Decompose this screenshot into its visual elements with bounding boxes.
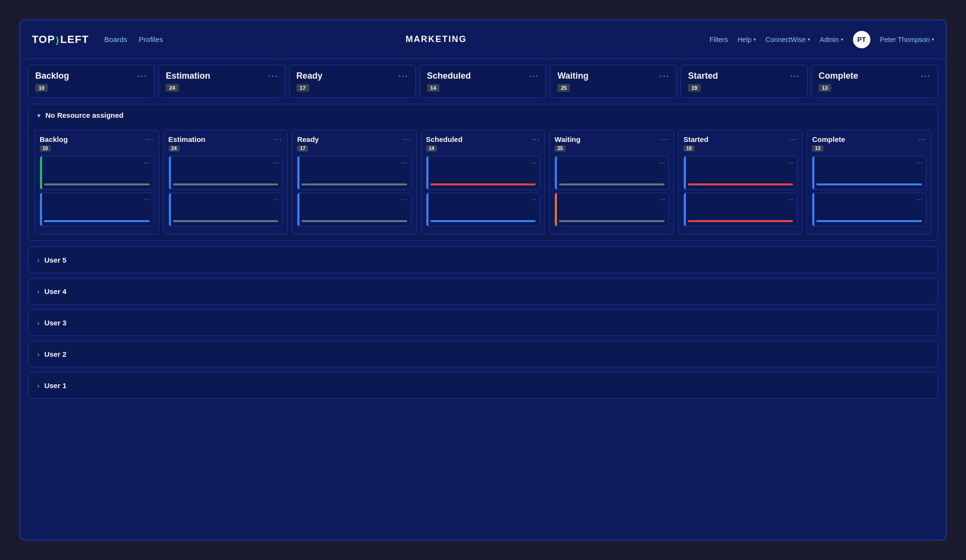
card[interactable]: ···	[683, 193, 798, 226]
card-menu-icon[interactable]: ···	[659, 159, 666, 166]
admin-button[interactable]: Admin ▾	[820, 36, 843, 43]
card-menu-icon[interactable]: ···	[144, 159, 151, 166]
card-menu-icon[interactable]: ···	[402, 196, 408, 203]
connectwise-button[interactable]: ConnectWise ▾	[766, 36, 810, 43]
app-container: TOP)LEFT Boards Profiles MARKETING Filte…	[19, 19, 947, 541]
board-col-menu-ready[interactable]: ···	[403, 135, 412, 143]
col-count-estimation: 24	[166, 84, 178, 92]
user-row-1: › User 4	[28, 278, 938, 305]
card[interactable]: ···	[426, 156, 540, 190]
col-header-started: Started ···	[688, 71, 800, 81]
col-menu-estimation[interactable]: ···	[268, 71, 278, 81]
board-col-count-ready: 17	[297, 145, 308, 152]
col-header-backlog: Backlog ···	[35, 71, 147, 81]
board-col-menu-scheduled[interactable]: ···	[532, 135, 540, 143]
card-menu-icon[interactable]: ···	[659, 196, 666, 203]
help-button[interactable]: Help ▾	[738, 36, 756, 43]
col-menu-started[interactable]: ···	[790, 71, 800, 81]
card-accent-icon	[298, 193, 299, 226]
board-col-menu-backlog[interactable]: ···	[145, 135, 154, 143]
user-row-header-0[interactable]: › User 5	[28, 247, 938, 273]
card-menu-icon[interactable]: ···	[273, 196, 279, 203]
board-col-menu-started[interactable]: ···	[789, 135, 798, 143]
card-menu-icon[interactable]: ···	[530, 196, 537, 203]
col-header-complete: Complete ···	[819, 71, 931, 81]
user-row-2: › User 3	[28, 309, 938, 336]
card-progress-bar	[688, 183, 794, 185]
user-expand-icon-0: ›	[37, 256, 40, 264]
card-menu-icon[interactable]: ···	[788, 196, 794, 203]
filters-button[interactable]: Filters	[710, 36, 728, 43]
card-menu-icon[interactable]: ···	[402, 159, 408, 166]
user-row-header-4[interactable]: › User 1	[28, 373, 938, 398]
main-nav: Boards Profiles	[104, 35, 163, 43]
card[interactable]: ···	[554, 156, 669, 190]
card-menu-icon[interactable]: ···	[530, 159, 537, 166]
card[interactable]: ···	[812, 156, 926, 190]
board-col-menu-waiting[interactable]: ···	[660, 135, 669, 143]
card-accent-icon	[40, 156, 42, 189]
col-count-ready: 17	[297, 84, 309, 92]
logo-text: TOP)LEFT	[32, 33, 89, 46]
col-menu-scheduled[interactable]: ···	[529, 71, 539, 81]
card[interactable]: ···	[812, 193, 926, 226]
col-title-scheduled: Scheduled	[427, 71, 471, 81]
card[interactable]: ···	[554, 193, 669, 226]
board-col-menu-complete[interactable]: ···	[918, 135, 926, 143]
board-col-count-complete: 13	[812, 145, 823, 152]
nav-boards[interactable]: Boards	[104, 35, 128, 43]
card-menu-icon[interactable]: ···	[273, 159, 279, 166]
user-expand-icon-4: ›	[37, 382, 40, 390]
col-title-ready: Ready	[297, 71, 323, 81]
connectwise-chevron-icon: ▾	[808, 37, 810, 42]
user-chevron-icon: ▾	[932, 37, 934, 42]
card[interactable]: ···	[297, 193, 412, 226]
card[interactable]: ···	[426, 193, 540, 226]
card-accent-icon	[298, 156, 299, 189]
col-header-waiting: Waiting ···	[557, 71, 669, 81]
card-menu-icon[interactable]: ···	[788, 159, 794, 166]
group-collapse-icon: ▾	[37, 112, 41, 119]
card-menu-icon[interactable]: ···	[917, 196, 923, 203]
board-col-header-waiting: Waiting 25 ···	[554, 135, 669, 152]
card-accent-icon	[812, 193, 814, 226]
col-menu-ready[interactable]: ···	[398, 71, 409, 81]
card-progress-bar	[430, 220, 536, 222]
card-accent-icon	[169, 156, 171, 189]
user-menu[interactable]: Peter Thompson ▾	[880, 36, 934, 43]
card[interactable]: ···	[169, 193, 283, 226]
board-col-title-estimation: Estimation	[169, 135, 206, 143]
board-col-count-started: 19	[683, 145, 695, 152]
summary-col-started: Started ··· 19	[681, 65, 807, 98]
card[interactable]: ···	[683, 156, 798, 190]
card[interactable]: ···	[297, 156, 412, 190]
group-columns: Backlog 10 ··· ··· ··· Estimation	[28, 126, 938, 240]
no-resource-group-header[interactable]: ▾ No Resource assigned	[28, 104, 938, 126]
summary-col-estimation: Estimation ··· 24	[158, 65, 285, 98]
board-col-header-backlog: Backlog 10 ···	[40, 135, 154, 152]
card-progress-bar	[559, 220, 665, 222]
card[interactable]: ···	[40, 193, 154, 226]
col-menu-waiting[interactable]: ···	[659, 71, 669, 81]
card[interactable]: ···	[169, 156, 283, 190]
board-col-ready: Ready 17 ··· ··· ···	[292, 130, 417, 235]
col-count-started: 19	[688, 84, 700, 92]
card-menu-icon[interactable]: ···	[917, 159, 923, 166]
user-row-0: › User 5	[28, 247, 938, 273]
col-menu-backlog[interactable]: ···	[137, 71, 147, 81]
board-col-header-complete: Complete 13 ···	[812, 135, 926, 152]
avatar: PT	[853, 31, 870, 48]
user-row-header-2[interactable]: › User 3	[28, 310, 938, 336]
col-menu-complete[interactable]: ···	[921, 71, 931, 81]
user-row-header-1[interactable]: › User 4	[28, 279, 938, 304]
user-row-header-3[interactable]: › User 2	[28, 341, 938, 367]
card-menu-icon[interactable]: ···	[144, 196, 151, 203]
card-accent-icon	[684, 193, 686, 226]
board-col-title-backlog: Backlog	[40, 135, 68, 143]
board-col-header-started: Started 19 ···	[683, 135, 798, 152]
card-progress-bar	[44, 183, 150, 185]
header: TOP)LEFT Boards Profiles MARKETING Filte…	[20, 20, 946, 59]
board-col-menu-estimation[interactable]: ···	[274, 135, 283, 143]
card[interactable]: ···	[40, 156, 154, 190]
nav-profiles[interactable]: Profiles	[139, 35, 163, 43]
